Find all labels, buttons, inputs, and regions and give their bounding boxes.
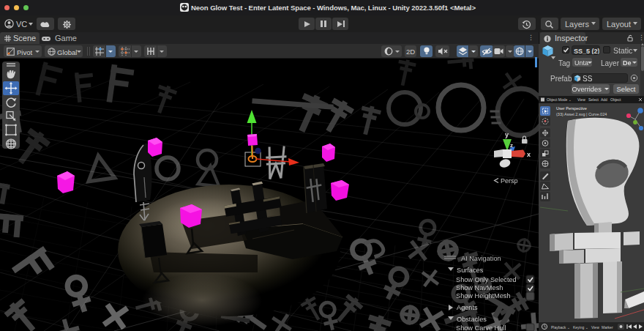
svg-text:Agents: Agents [457,304,478,311]
svg-text:Object: Object [610,97,621,102]
svg-text:Add: Add [601,97,607,102]
svg-text:(33) Asset 2.svg | Curve.024: (33) Asset 2.svg | Curve.024 [556,112,607,116]
svg-text:Obstacles: Obstacles [457,316,487,323]
svg-text:Keying ⌄: Keying ⌄ [573,325,588,330]
svg-text:Select: Select [588,97,599,102]
svg-text:x: x [527,151,531,158]
svg-text:Show NavMesh: Show NavMesh [456,284,503,291]
svg-text:Marker: Marker [602,325,613,330]
svg-text:Show Only Selected: Show Only Selected [456,276,517,283]
svg-text:Persp: Persp [501,177,518,185]
svg-text:User Perspective: User Perspective [556,106,587,111]
svg-text:AI Navigation: AI Navigation [461,255,501,262]
svg-text:y: y [505,131,509,138]
svg-text:Show Carve Hull: Show Carve Hull [456,324,506,331]
svg-text:Playback ⌄: Playback ⌄ [551,325,570,330]
svg-text:Object Mode ⌄: Object Mode ⌄ [547,97,572,102]
svg-text:View: View [591,325,599,330]
svg-text:View: View [577,97,585,102]
svg-text:Show HeightMesh: Show HeightMesh [456,292,511,300]
svg-text:Surfaces: Surfaces [457,267,484,274]
